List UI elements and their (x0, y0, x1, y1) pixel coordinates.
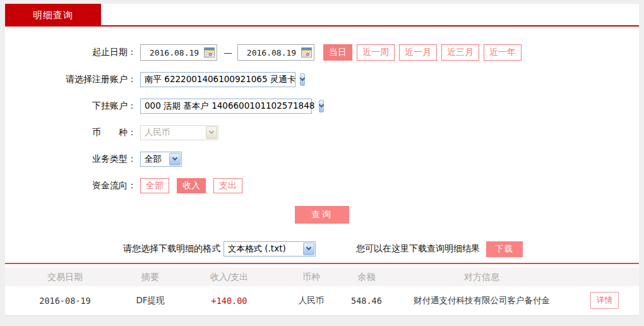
currency-select: 人民币 (140, 125, 218, 140)
currency-row: 币 种： 人民币 (5, 125, 639, 140)
cell-summary: DF提现 (125, 286, 176, 315)
fund-flow-all-button[interactable]: 全部 (140, 178, 169, 193)
query-button-row: 查询 (5, 206, 639, 224)
quick-range-year-button[interactable]: 近一年 (484, 44, 522, 61)
fund-flow-income-button[interactable]: 收入 (177, 178, 206, 193)
date-range-separator: — (224, 47, 232, 57)
register-account-row: 请选择注册账户： 南平 6222001406100921065 灵通卡 (5, 72, 639, 87)
chevron-down-icon (303, 243, 314, 255)
calendar-icon[interactable] (204, 47, 215, 57)
linked-account-select[interactable]: 000 活期 基本户 1406600101102571848 (140, 99, 312, 114)
header-currency: 币种 (283, 268, 340, 286)
download-format-label: 请您选择下载明细的格式 (123, 243, 220, 255)
header-action (570, 268, 639, 286)
download-button[interactable]: 下载 (486, 241, 523, 257)
quick-range-week-button[interactable]: 近一周 (357, 44, 395, 61)
cell-trade-date: 2016-08-19 (5, 286, 125, 315)
end-date-field-wrap (237, 44, 314, 61)
business-type-label: 业务类型： (5, 154, 136, 165)
header-balance: 余额 (340, 268, 393, 286)
table-row: 2016-08-19 DF提现 +140.00 人民币 548.46 财付通支付… (5, 286, 639, 315)
detail-query-panel: 明细查询 起止日期： (5, 4, 639, 316)
red-divider (5, 263, 639, 264)
download-hint: 您可以在这里下载查询明细结果 (356, 243, 480, 255)
cell-action: 详情 (570, 286, 639, 315)
calendar-icon[interactable] (301, 47, 312, 57)
query-form: 起止日期： — (5, 27, 639, 257)
linked-account-label: 下挂账户： (5, 100, 136, 112)
header-income-expense: 收入/支出 (176, 268, 283, 286)
chevron-down-icon (300, 73, 305, 86)
chevron-down-icon (169, 153, 181, 166)
chevron-down-icon (206, 126, 217, 139)
fund-flow-row: 资金流向： 全部 收入 支出 (5, 178, 639, 193)
start-date-field-wrap (140, 44, 217, 61)
cell-amount: +140.00 (176, 286, 283, 315)
linked-account-row: 下挂账户： 000 活期 基本户 1406600101102571848 (5, 99, 639, 114)
cell-currency: 人民币 (283, 286, 340, 315)
header-trade-date: 交易日期 (5, 268, 125, 286)
table-header-row: 交易日期 摘要 收入/支出 币种 余额 对方信息 (5, 268, 639, 286)
tab-detail-query[interactable]: 明细查询 (5, 4, 101, 27)
chevron-down-icon (319, 100, 324, 112)
register-account-label: 请选择注册账户： (5, 74, 136, 85)
quick-range-buttons: 当日 近一周 近一月 近三月 近一年 (323, 44, 526, 61)
header-summary: 摘要 (125, 268, 176, 286)
download-format-select[interactable]: 文本格式 (.txt) (224, 241, 316, 257)
quick-range-month-button[interactable]: 近一月 (399, 44, 437, 61)
date-range-label: 起止日期： (5, 47, 136, 58)
business-type-value: 全部 (141, 154, 169, 165)
linked-account-value: 000 活期 基本户 1406600101102571848 (141, 100, 318, 112)
cell-balance: 548.46 (340, 286, 393, 315)
currency-label: 币 种： (5, 127, 136, 138)
business-type-row: 业务类型： 全部 (5, 152, 639, 167)
register-account-select[interactable]: 南平 6222001406100921065 灵通卡 (140, 72, 295, 87)
business-type-select[interactable]: 全部 (140, 152, 182, 167)
detail-button[interactable]: 详情 (590, 292, 619, 309)
tab-bar: 明细查询 (5, 4, 639, 27)
cell-counterparty: 财付通支付科技有限公司客户备付金 (393, 286, 570, 315)
date-range-row: 起止日期： — (5, 44, 639, 61)
results-table: 交易日期 摘要 收入/支出 币种 余额 对方信息 2016-08-19 DF提现… (5, 268, 639, 316)
header-counterparty: 对方信息 (393, 268, 570, 286)
currency-value: 人民币 (141, 127, 205, 138)
fund-flow-options: 全部 收入 支出 (140, 178, 250, 193)
fund-flow-expense-button[interactable]: 支出 (213, 178, 242, 193)
quick-range-today-button[interactable]: 当日 (323, 44, 352, 61)
register-account-value: 南平 6222001406100921065 灵通卡 (141, 74, 299, 85)
download-row: 请您选择下载明细的格式 文本格式 (.txt) 您可以在这里下载查询明细结果 下… (5, 241, 639, 257)
query-button[interactable]: 查询 (295, 206, 349, 224)
fund-flow-label: 资金流向： (5, 180, 136, 191)
download-format-value: 文本格式 (.txt) (224, 243, 302, 255)
quick-range-quarter-button[interactable]: 近三月 (441, 44, 479, 61)
